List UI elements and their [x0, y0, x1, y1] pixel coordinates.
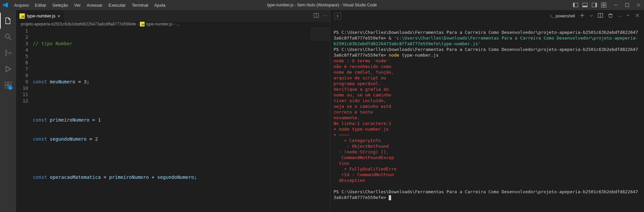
- svg-rect-7: [604, 3, 606, 5]
- terminal-more-icon[interactable]: ···: [618, 14, 621, 18]
- menu-acessar[interactable]: Acessar: [84, 1, 105, 9]
- svg-rect-5: [595, 3, 597, 7]
- terminal-pane: powershell ··· PS C:\Users\Charlles\Down…: [330, 10, 644, 212]
- menu-arquivo[interactable]: Arquivo: [11, 1, 32, 9]
- source-control-icon[interactable]: [0, 45, 16, 61]
- svg-rect-11: [626, 3, 629, 7]
- activity-bar: 1: [0, 10, 16, 212]
- svg-point-14: [5, 34, 9, 38]
- bc-folder[interactable]: projeto-apeperia-b2501c63b2ebdfd8226473a…: [21, 22, 136, 26]
- terminal-shell-icon[interactable]: powershell: [550, 14, 575, 18]
- line-gutter: 123 456 789 101112: [16, 26, 33, 212]
- panel-toggle-icon[interactable]: [334, 13, 341, 19]
- menu-ajuda[interactable]: Ajuda: [152, 1, 168, 9]
- svg-point-17: [5, 55, 7, 56]
- tab-label: type-number.js: [27, 13, 55, 18]
- minimap[interactable]: [310, 26, 330, 212]
- terminal-cursor: [389, 195, 391, 200]
- search-icon[interactable]: [0, 29, 16, 45]
- code-area[interactable]: // tipo Number const meuNumero = 3; cons…: [33, 26, 310, 212]
- chevron-right-icon: ›: [174, 22, 175, 26]
- layout-sidebar-left-icon[interactable]: [573, 2, 578, 8]
- editor-tabs: JS type-number.js × ···: [16, 10, 330, 22]
- svg-rect-3: [583, 6, 587, 7]
- menu-bar: Arquivo Editar Seleção Ver Acessar Execu…: [11, 1, 168, 9]
- new-terminal-icon[interactable]: [580, 13, 585, 19]
- menu-ver[interactable]: Ver: [71, 1, 84, 9]
- layout-panel-icon[interactable]: [582, 2, 588, 8]
- chevron-right-icon: ›: [137, 22, 139, 26]
- extensions-icon[interactable]: 1: [0, 77, 16, 93]
- svg-rect-9: [604, 5, 606, 7]
- svg-rect-8: [601, 5, 603, 7]
- kill-terminal-icon[interactable]: [608, 13, 613, 19]
- layout-sidebar-right-icon[interactable]: [592, 2, 597, 8]
- tab-type-number[interactable]: JS type-number.js ×: [16, 10, 64, 22]
- maximize-panel-icon[interactable]: [626, 13, 630, 18]
- titlebar: Arquivo Editar Seleção Ver Acessar Execu…: [0, 0, 644, 10]
- close-icon[interactable]: [636, 2, 641, 8]
- close-panel-icon[interactable]: [635, 13, 640, 19]
- run-debug-icon[interactable]: [0, 61, 16, 77]
- svg-rect-6: [601, 3, 603, 5]
- menu-executar[interactable]: Executar: [106, 1, 128, 9]
- split-editor-icon[interactable]: [314, 13, 319, 19]
- svg-rect-20: [5, 82, 8, 85]
- customize-layout-icon[interactable]: [601, 2, 606, 8]
- tab-close-icon[interactable]: ×: [57, 13, 60, 19]
- more-actions-icon[interactable]: ···: [324, 13, 327, 19]
- svg-point-16: [5, 50, 7, 52]
- explorer-icon[interactable]: [0, 13, 16, 29]
- editor-pane: JS type-number.js × ··· projeto-apeperia…: [16, 10, 330, 212]
- svg-rect-1: [573, 3, 575, 7]
- window-title: type-number.js - Sem título (Workspace) …: [267, 3, 377, 7]
- minimize-icon[interactable]: [613, 2, 619, 8]
- terminal-header: powershell ···: [330, 10, 644, 22]
- bc-file[interactable]: type-number.js: [146, 22, 172, 26]
- svg-point-18: [9, 52, 11, 54]
- vscode-logo-icon: [3, 2, 8, 8]
- terminal-dropdown-icon[interactable]: [590, 14, 593, 18]
- breadcrumbs[interactable]: projeto-apeperia-b2501c63b2ebdfd8226473a…: [16, 22, 330, 26]
- editor-body[interactable]: 123 456 789 101112 // tipo Number const …: [16, 26, 330, 212]
- menu-terminal[interactable]: Terminal: [129, 1, 151, 9]
- maximize-icon[interactable]: [625, 2, 630, 8]
- svg-rect-22: [5, 85, 8, 88]
- svg-rect-21: [8, 82, 11, 85]
- js-file-icon: JS: [140, 22, 145, 26]
- extensions-badge: 1: [8, 86, 13, 90]
- menu-selecao[interactable]: Seleção: [50, 1, 71, 9]
- terminal-body[interactable]: PS C:\Users\Charlles\Downloads\Ferrament…: [330, 22, 644, 212]
- svg-line-15: [9, 38, 11, 40]
- menu-editar[interactable]: Editar: [32, 1, 49, 9]
- bc-more[interactable]: ...: [176, 22, 180, 26]
- js-file-icon: JS: [19, 13, 25, 19]
- split-terminal-icon[interactable]: [598, 13, 603, 19]
